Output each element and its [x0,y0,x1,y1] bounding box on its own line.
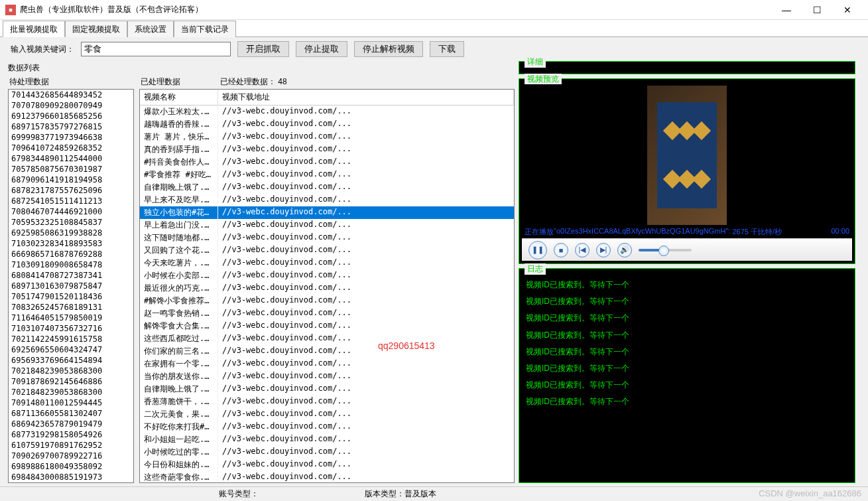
minimize-button[interactable]: — [771,1,802,19]
preview-legend: 视频预览 [525,74,562,85]
list-item[interactable]: 7116464051579850019 [9,313,133,323]
tab-1[interactable]: 固定视频提取 [65,21,127,37]
list-item[interactable]: 7080467074446921000 [9,206,133,217]
stop-extract-button[interactable]: 停止提取 [296,41,347,57]
table-row[interactable]: 薯片 薯片，快乐...//v3-webc.douyinvod.com/... [140,131,514,143]
list-item[interactable]: 6879096141918194958 [9,175,133,185]
version-label: 版本类型： [365,489,404,498]
table-row[interactable]: 你们家的前三名...//v3-webc.douyinvod.com/... [140,345,514,358]
list-item[interactable]: 6897130163079875847 [9,281,133,291]
table-row[interactable]: #抖音美食创作人...//v3-webc.douyinvod.com/... [140,156,514,169]
list-item[interactable]: 7059532325108845837 [9,217,133,228]
table-row[interactable]: 和小姐姐一起吃...//v3-webc.douyinvod.com/... [140,433,514,446]
col-video-name[interactable]: 视频名称 [140,90,218,105]
table-row[interactable]: 最近很火的巧克...//v3-webc.douyinvod.com/... [140,282,514,295]
list-item[interactable]: 6798344890112544000 [9,153,133,164]
keyword-label: 输入视频关键词： [11,44,74,55]
list-item[interactable]: 6878231787557625096 [9,185,133,196]
list-item[interactable]: 7096410724859268352 [9,143,133,153]
list-item[interactable]: 7103107407356732716 [9,323,133,334]
list-item[interactable]: 7021142245991615758 [9,334,133,344]
table-row[interactable]: 小时候吃过的零...//v3-webc.douyinvod.com/... [140,446,514,459]
list-item[interactable]: 7086772478999072007 [9,482,133,483]
volume-icon[interactable]: 🔊 [617,243,632,257]
tab-2[interactable]: 系统设置 [127,21,174,37]
list-item[interactable]: 6871136605581302407 [9,408,133,419]
table-row[interactable]: 当你的朋友送你...//v3-webc.douyinvod.com/... [140,370,514,383]
list-item[interactable]: 7021848239053868300 [9,387,133,397]
list-item[interactable]: 7090269700789922716 [9,451,133,461]
list-item[interactable]: 6877319298158054926 [9,429,133,440]
table-row[interactable]: 这些西瓜都吃过...//v3-webc.douyinvod.com/... [140,332,514,345]
list-item[interactable]: 6925985086319938828 [9,228,133,238]
table-row[interactable]: 赵一鸣零食热销...//v3-webc.douyinvod.com/... [140,307,514,320]
table-row[interactable]: 自律期晚上饿了...//v3-webc.douyinvod.com/... [140,383,514,395]
start-crawl-button[interactable]: 开启抓取 [237,41,289,57]
pending-listbox[interactable]: 7014432685644893452707078090928007094969… [8,89,134,483]
table-row[interactable]: 二次元美食，果...//v3-webc.douyinvod.com/... [140,408,514,421]
table-row[interactable]: 独立小包装的#花...//v3-webc.douyinvod.com/... [140,206,514,219]
close-button[interactable]: ✕ [832,1,863,19]
table-row[interactable]: 真的香到舔手指...//v3-webc.douyinvod.com/... [140,143,514,156]
list-item[interactable]: 6925696550604324747 [9,344,133,355]
col-video-url[interactable]: 视频下载地址 [218,90,514,105]
list-item[interactable]: 7103091809008658478 [9,259,133,270]
download-button[interactable]: 下载 [430,41,464,57]
list-item[interactable]: 6999983771973946638 [9,132,133,143]
list-item[interactable]: 6956933769664154894 [9,355,133,366]
prev-button[interactable]: |◀ [575,243,589,257]
list-item[interactable]: 7051747901520118436 [9,291,133,302]
table-row[interactable]: 越嗨越香的香辣...//v3-webc.douyinvod.com/... [140,118,514,131]
list-item[interactable]: 6808414708727387341 [9,270,133,281]
video-preview-area[interactable] [522,84,852,226]
tab-3[interactable]: 当前下载记录 [174,21,236,37]
next-button[interactable]: ▶| [596,243,611,257]
keyword-input[interactable] [81,42,231,56]
playback-time: 00:00 [831,227,849,237]
table-row[interactable]: 这下随时随地都...//v3-webc.douyinvod.com/... [140,232,514,244]
list-item[interactable]: 6897157835797276815 [9,121,133,132]
table-row[interactable]: 早上着急出门没...//v3-webc.douyinvod.com/... [140,219,514,232]
list-item[interactable]: 7083265245768189131 [9,302,133,313]
list-item[interactable]: 7021848239053868300 [9,366,133,376]
list-item[interactable]: 6984843000885191973 [9,472,133,482]
play-pause-button[interactable]: ❚❚ [528,241,547,259]
list-item[interactable]: 7091878692145646886 [9,376,133,387]
table-row[interactable]: #解馋小零食推荐...//v3-webc.douyinvod.com/... [140,295,514,307]
volume-slider[interactable] [639,249,692,251]
list-item[interactable]: 7014432685644893452 [9,90,133,100]
table-row[interactable]: #零食推荐 #好吃...//v3-webc.douyinvod.com/... [140,169,514,181]
table-row[interactable]: 香葱薄脆饼干，...//v3-webc.douyinvod.com/... [140,395,514,408]
table-row[interactable]: 爆款小玉米粒太...//v3-webc.douyinvod.com/... [140,106,514,118]
table-row[interactable]: 早上来不及吃早...//v3-webc.douyinvod.com/... [140,194,514,206]
table-row[interactable]: 今天来吃薯片，...//v3-webc.douyinvod.com/... [140,257,514,269]
list-item[interactable]: 6872541051511411213 [9,196,133,206]
table-row[interactable]: 又回购了这个花...//v3-webc.douyinvod.com/... [140,244,514,257]
processed-table[interactable]: 视频名称 视频下载地址 爆款小玉米粒太...//v3-webc.douyinvo… [139,89,515,483]
list-item[interactable]: 6912379660185685256 [9,111,133,121]
table-row[interactable]: 这些奇葩零食你...//v3-webc.douyinvod.com/... [140,471,514,483]
log-line: 视频ID已搜索到。等待下一个 [526,394,848,410]
list-item[interactable]: 6669865716878769288 [9,249,133,259]
list-item[interactable]: 6869423657879019479 [9,419,133,429]
maximize-button[interactable]: ☐ [802,1,832,19]
list-item[interactable]: 7057850875670301987 [9,164,133,175]
table-row[interactable]: 自律期晚上饿了...//v3-webc.douyinvod.com/... [140,181,514,194]
table-row[interactable]: 今日份和姐妹的...//v3-webc.douyinvod.com/... [140,459,514,471]
table-row[interactable]: 在家拥有一个零...//v3-webc.douyinvod.com/... [140,358,514,370]
tab-0[interactable]: 批量视频提取 [3,21,65,37]
list-item[interactable]: 7103023283418893583 [9,238,133,249]
video-thumbnail [647,86,727,225]
table-row[interactable]: 小时候在小卖部...//v3-webc.douyinvod.com/... [140,269,514,282]
app-icon: ■ [5,5,16,15]
list-item[interactable]: 6989886180049358092 [9,461,133,472]
stop-parse-button[interactable]: 停止解析视频 [354,41,423,57]
log-textarea[interactable]: 视频ID已搜索到。等待下一个视频ID已搜索到。等待下一个视频ID已搜索到。等待下… [522,274,852,480]
list-item[interactable]: 6107591970891762952 [9,440,133,451]
stop-button[interactable]: ■ [554,243,568,257]
table-row[interactable]: 解馋零食大合集...//v3-webc.douyinvod.com/... [140,320,514,332]
table-row[interactable]: 不好吃你来打我#...//v3-webc.douyinvod.com/... [140,421,514,433]
log-line: 视频ID已搜索到。等待下一个 [526,277,848,293]
list-item[interactable]: 7070780909280070949 [9,100,133,111]
list-item[interactable]: 7091480110012594445 [9,397,133,408]
